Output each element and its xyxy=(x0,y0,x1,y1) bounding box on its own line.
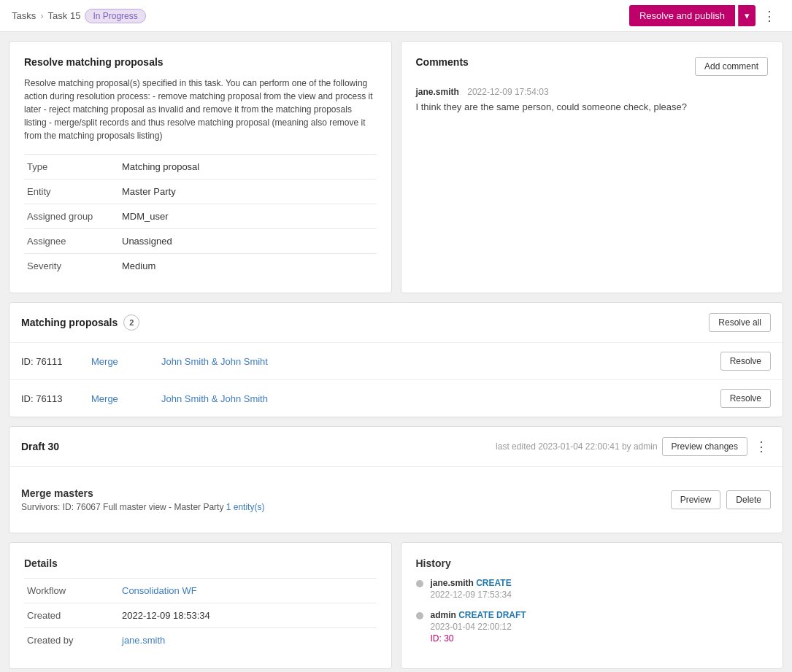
history-card: History jane.smith CREATE 2022-12-09 17:… xyxy=(401,542,784,669)
ellipsis-icon: ⋮ xyxy=(763,9,776,23)
draft-section: Draft 30 last edited 2023-01-04 22:00:41… xyxy=(9,426,783,533)
resolve-field-row: SeverityMedium xyxy=(24,254,377,279)
field-value: Medium xyxy=(119,254,377,279)
proposal-type[interactable]: Merge xyxy=(91,356,150,367)
resolve-publish-dropdown[interactable]: ▾ xyxy=(738,5,756,26)
details-card: Details WorkflowConsolidation WFCreated2… xyxy=(9,542,392,669)
matching-proposals-title: Matching proposals 2 xyxy=(21,314,139,331)
proposal-type[interactable]: Merge xyxy=(91,393,150,404)
draft-title: Draft 30 xyxy=(21,441,59,452)
comment-item: jane.smith 2022-12-09 17:54:03 I think t… xyxy=(416,87,769,115)
history-time: 2023-01-04 22:00:12 xyxy=(431,622,526,632)
matching-proposals-section: Matching proposals 2 Resolve all ID: 761… xyxy=(9,302,783,417)
bottom-section: Details WorkflowConsolidation WFCreated2… xyxy=(9,542,783,669)
comments-title: Comments xyxy=(416,56,469,68)
resolve-item-button[interactable]: Resolve xyxy=(720,389,771,408)
draft-actions: last edited 2023-01-04 22:00:41 by admin… xyxy=(496,437,771,456)
resolve-field-row: AssigneeUnassigned xyxy=(24,229,377,254)
draft-meta: last edited 2023-01-04 22:00:41 by admin xyxy=(496,441,658,452)
merge-masters-title: Merge masters xyxy=(21,487,264,499)
more-options-button[interactable]: ⋮ xyxy=(758,5,780,27)
history-list: jane.smith CREATE 2022-12-09 17:53:34 ad… xyxy=(416,578,769,644)
details-table: WorkflowConsolidation WFCreated2022-12-0… xyxy=(24,578,377,652)
history-id: ID: 30 xyxy=(431,633,526,644)
proposal-row: ID: 76111 Merge John Smith & John Smiht … xyxy=(9,343,783,380)
history-action: CREATE xyxy=(476,578,511,588)
draft-more-button[interactable]: ⋮ xyxy=(752,437,771,456)
details-field-row: WorkflowConsolidation WF xyxy=(24,579,377,603)
breadcrumb-task[interactable]: Task 15 xyxy=(48,10,81,21)
resolve-field-row: TypeMatching proposal xyxy=(24,155,377,179)
resolve-info-table: TypeMatching proposalEntityMaster PartyA… xyxy=(24,154,377,278)
resolve-card-desc: Resolve matching proposal(s) specified i… xyxy=(24,77,377,142)
history-content: admin CREATE DRAFT 2023-01-04 22:00:12 I… xyxy=(431,610,526,644)
comments-card: Comments Add comment jane.smith 2022-12-… xyxy=(401,41,784,293)
history-user: admin xyxy=(431,610,456,620)
field-value: 2022-12-09 18:53:34 xyxy=(119,603,377,628)
resolve-field-row: EntityMaster Party xyxy=(24,179,377,204)
proposals-list: ID: 76111 Merge John Smith & John Smiht … xyxy=(9,343,783,417)
draft-item-actions: Preview Delete xyxy=(671,490,771,509)
proposal-row: ID: 76113 Merge John Smith & John Smith … xyxy=(9,380,783,417)
proposal-names: John Smith & John Smiht xyxy=(161,356,709,367)
history-time: 2022-12-09 17:53:34 xyxy=(431,590,512,600)
entities-link[interactable]: 1 entity(s) xyxy=(226,502,265,512)
comment-time: 2022-12-09 17:54:03 xyxy=(467,87,548,97)
status-badge: In Progress xyxy=(85,9,145,23)
top-bar: Tasks › Task 15 In Progress Resolve and … xyxy=(0,0,792,32)
add-comment-button[interactable]: Add comment xyxy=(695,57,768,76)
draft-body: Merge masters Survivors: ID: 76067 Full … xyxy=(9,467,783,533)
comments-list: jane.smith 2022-12-09 17:54:03 I think t… xyxy=(416,87,769,115)
draft-header: Draft 30 last edited 2023-01-04 22:00:41… xyxy=(9,427,783,467)
comments-header: Comments Add comment xyxy=(416,56,769,77)
top-two-col: Resolve matching proposals Resolve match… xyxy=(9,41,783,293)
field-label: Type xyxy=(24,155,119,179)
proposal-id: ID: 76111 xyxy=(21,356,80,367)
proposal-names: John Smith & John Smith xyxy=(161,393,709,404)
details-title: Details xyxy=(24,557,377,569)
main-content: Resolve matching proposals Resolve match… xyxy=(0,32,792,672)
survivors-text: Survivors: ID: 76067 Full master view - … xyxy=(21,502,223,512)
proposal-id: ID: 76113 xyxy=(21,393,80,404)
resolve-card-title: Resolve matching proposals xyxy=(24,56,377,68)
comment-author: jane.smith 2022-12-09 17:54:03 xyxy=(416,87,769,97)
matching-proposals-header: Matching proposals 2 Resolve all xyxy=(9,303,783,343)
preview-changes-button[interactable]: Preview changes xyxy=(662,437,747,456)
field-value: Unassigned xyxy=(119,229,377,254)
field-value: jane.smith xyxy=(119,628,377,653)
details-field-row: Created byjane.smith xyxy=(24,628,377,653)
field-value: Matching proposal xyxy=(119,155,377,179)
field-label: Severity xyxy=(24,254,119,279)
field-label: Entity xyxy=(24,179,119,204)
comment-text: I think they are the same person, could … xyxy=(416,100,769,115)
field-label: Created xyxy=(24,603,119,628)
history-user: jane.smith xyxy=(431,578,474,588)
matching-proposals-count: 2 xyxy=(123,314,139,331)
merge-masters-row: Merge masters Survivors: ID: 76067 Full … xyxy=(21,479,771,521)
field-label: Assigned group xyxy=(24,204,119,229)
field-value: Master Party xyxy=(119,179,377,204)
comment-author-name: jane.smith xyxy=(416,87,459,97)
merge-preview-button[interactable]: Preview xyxy=(671,490,721,509)
resolve-publish-button[interactable]: Resolve and publish xyxy=(629,5,735,26)
field-value: MDM_user xyxy=(119,204,377,229)
history-content: jane.smith CREATE 2022-12-09 17:53:34 xyxy=(431,578,512,600)
history-dot xyxy=(416,580,423,587)
breadcrumb-sep: › xyxy=(40,10,43,21)
resolve-proposals-card: Resolve matching proposals Resolve match… xyxy=(9,41,392,293)
resolve-all-button[interactable]: Resolve all xyxy=(709,313,771,332)
history-item: admin CREATE DRAFT 2023-01-04 22:00:12 I… xyxy=(416,610,769,644)
details-field-row: Created2022-12-09 18:53:34 xyxy=(24,603,377,628)
resolve-field-row: Assigned groupMDM_user xyxy=(24,204,377,229)
breadcrumb-tasks[interactable]: Tasks xyxy=(12,10,36,21)
ellipsis-icon: ⋮ xyxy=(755,439,768,454)
field-value: Consolidation WF xyxy=(119,579,377,603)
history-item: jane.smith CREATE 2022-12-09 17:53:34 xyxy=(416,578,769,600)
merge-delete-button[interactable]: Delete xyxy=(726,490,771,509)
field-label: Assignee xyxy=(24,229,119,254)
merge-masters-info: Merge masters Survivors: ID: 76067 Full … xyxy=(21,487,264,512)
field-label: Created by xyxy=(24,628,119,653)
merge-masters-sub: Survivors: ID: 76067 Full master view - … xyxy=(21,502,264,512)
breadcrumb: Tasks › Task 15 In Progress xyxy=(12,9,146,23)
resolve-item-button[interactable]: Resolve xyxy=(720,352,771,371)
